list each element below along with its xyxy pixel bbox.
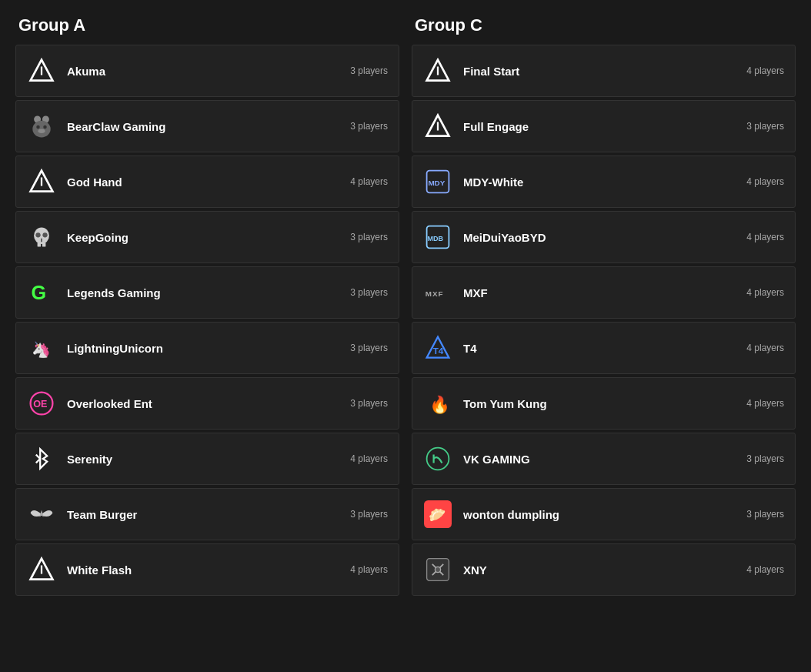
svg-point-37 (427, 448, 449, 470)
player-count-serenity: 4 players (350, 453, 388, 464)
team-name-serenity: Serenity (67, 453, 350, 466)
group-a-team-list: Akuma3 playersBearClaw Gaming3 playersGo… (15, 45, 399, 596)
svg-text:MDB: MDB (428, 235, 444, 242)
team-logo-teamburger (27, 500, 56, 529)
team-logo-mdywhite: MDY (423, 167, 452, 196)
player-count-mxf: 4 players (746, 287, 784, 298)
team-logo-overlooked: OE (27, 389, 56, 418)
player-count-wonton: 3 players (746, 509, 784, 520)
team-logo-whiteflash (27, 555, 56, 584)
player-count-whiteflash: 4 players (350, 564, 388, 575)
player-count-legends: 3 players (350, 287, 388, 298)
team-name-teamburger: Team Burger (67, 508, 350, 521)
team-logo-meidui: MDB (423, 222, 452, 252)
team-logo-finalstart (423, 56, 452, 85)
player-count-lightning: 3 players (350, 343, 388, 353)
team-name-akuma: Akuma (67, 65, 350, 78)
team-name-fullengage: Full Engage (463, 120, 746, 133)
svg-point-5 (36, 125, 40, 129)
team-name-xny: XNY (463, 563, 746, 577)
team-row-mxf[interactable]: MXFMXF4 players (412, 266, 796, 319)
player-count-xny: 4 players (746, 564, 784, 575)
team-row-vkgaming[interactable]: VK GAMING3 players (412, 433, 796, 485)
group-c-team-list: Final Start4 playersFull Engage3 players… (412, 45, 796, 596)
team-name-overlooked: Overlooked Ent (67, 397, 350, 410)
team-row-godhand[interactable]: God Hand4 players (15, 155, 399, 208)
team-name-lightning: LightningUnicorn (67, 342, 350, 355)
team-row-akuma[interactable]: Akuma3 players (15, 45, 399, 97)
team-logo-wonton: 🥟 (423, 500, 452, 529)
player-count-meidui: 4 players (746, 232, 784, 242)
team-row-xny[interactable]: XNY4 players (412, 543, 796, 596)
svg-text:MXF: MXF (426, 289, 444, 298)
team-row-mdywhite[interactable]: MDYMDY-White4 players (412, 155, 796, 208)
player-count-overlooked: 3 players (350, 398, 388, 409)
team-row-lightning[interactable]: 🦄LightningUnicorn3 players (15, 322, 399, 374)
team-name-whiteflash: White Flash (67, 563, 350, 577)
team-name-godhand: God Hand (67, 176, 350, 189)
team-logo-fullengage (423, 112, 452, 141)
team-logo-mxf: MXF (423, 278, 452, 307)
team-name-t4: T4 (463, 342, 746, 355)
team-name-mdywhite: MDY-White (463, 176, 746, 189)
team-row-tomyum[interactable]: 🔥Tom Yum Kung4 players (412, 377, 796, 430)
player-count-bearclaw: 3 players (350, 121, 388, 132)
team-logo-lightning: 🦄 (27, 333, 56, 363)
svg-text:🔥: 🔥 (429, 394, 450, 415)
team-logo-xny (423, 555, 452, 584)
svg-text:T4: T4 (433, 346, 444, 356)
group-c: Group CFinal Start4 playersFull Engage3 … (412, 15, 796, 596)
team-row-whiteflash[interactable]: White Flash4 players (15, 543, 399, 596)
team-row-fullengage[interactable]: Full Engage3 players (412, 100, 796, 152)
team-logo-legends: G (27, 278, 56, 307)
player-count-godhand: 4 players (350, 176, 388, 187)
team-name-finalstart: Final Start (463, 65, 746, 78)
svg-point-13 (35, 232, 40, 237)
player-count-mdywhite: 4 players (746, 176, 784, 187)
team-logo-godhand (27, 167, 56, 196)
team-name-mxf: MXF (463, 286, 746, 299)
team-row-wonton[interactable]: 🥟wonton dumpling3 players (412, 488, 796, 540)
svg-point-14 (42, 232, 47, 237)
team-row-keepgoing[interactable]: KeepGoing3 players (15, 211, 399, 263)
player-count-vkgaming: 3 players (746, 453, 784, 464)
team-row-finalstart[interactable]: Final Start4 players (412, 45, 796, 97)
svg-rect-12 (42, 242, 46, 246)
team-logo-vkgaming (423, 444, 452, 473)
team-name-vkgaming: VK GAMING (463, 453, 746, 466)
team-row-teamburger[interactable]: Team Burger3 players (15, 488, 399, 540)
svg-rect-11 (38, 242, 42, 246)
player-count-akuma: 3 players (350, 65, 388, 76)
svg-text:G: G (32, 282, 47, 303)
team-logo-keepgoing (27, 222, 56, 252)
svg-text:🦄: 🦄 (32, 340, 51, 359)
svg-point-7 (38, 129, 45, 133)
team-logo-akuma (27, 56, 56, 85)
team-name-tomyum: Tom Yum Kung (463, 397, 746, 410)
player-count-fullengage: 3 players (746, 121, 784, 132)
team-row-legends[interactable]: GLegends Gaming3 players (15, 266, 399, 319)
svg-text:🥟: 🥟 (429, 507, 446, 523)
team-row-serenity[interactable]: Serenity4 players (15, 433, 399, 485)
group-c-title: Group C (412, 15, 796, 35)
team-row-overlooked[interactable]: OEOverlooked Ent3 players (15, 377, 399, 430)
team-row-meidui[interactable]: MDBMeiDuiYaoBYD4 players (412, 211, 796, 263)
player-count-tomyum: 4 players (746, 398, 784, 409)
team-name-meidui: MeiDuiYaoBYD (463, 231, 746, 244)
svg-text:OE: OE (33, 399, 47, 410)
team-row-bearclaw[interactable]: BearClaw Gaming3 players (15, 100, 399, 152)
team-logo-serenity (27, 444, 56, 473)
team-logo-t4: T4 (423, 333, 452, 363)
svg-point-6 (43, 125, 47, 129)
svg-text:MDY: MDY (428, 179, 445, 187)
player-count-keepgoing: 3 players (350, 232, 388, 242)
team-row-t4[interactable]: T4T44 players (412, 322, 796, 374)
team-name-wonton: wonton dumpling (463, 508, 746, 521)
player-count-finalstart: 4 players (746, 65, 784, 76)
group-a: Group AAkuma3 playersBearClaw Gaming3 pl… (15, 15, 399, 596)
team-logo-tomyum: 🔥 (423, 389, 452, 418)
team-name-bearclaw: BearClaw Gaming (67, 120, 350, 133)
team-name-legends: Legends Gaming (67, 286, 350, 299)
player-count-teamburger: 3 players (350, 509, 388, 520)
player-count-t4: 4 players (746, 343, 784, 353)
